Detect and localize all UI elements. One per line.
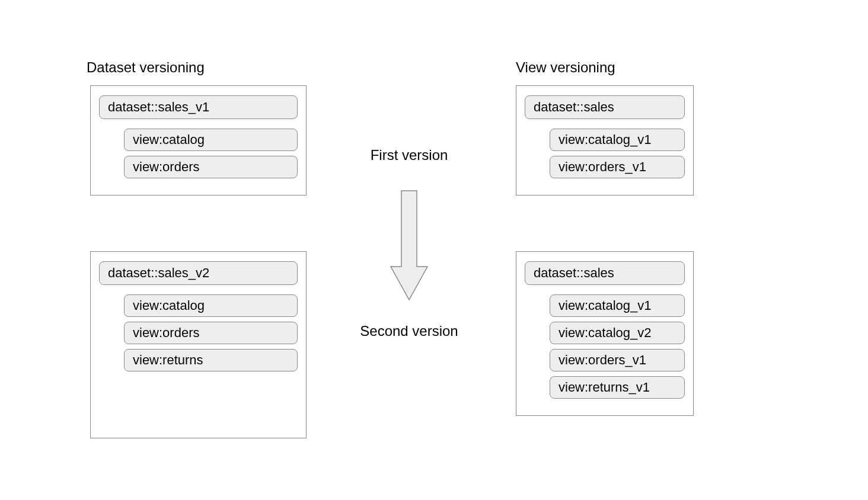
dataset-label: dataset::sales_v2 (99, 261, 298, 285)
view-item: view:catalog_v1 (550, 294, 685, 317)
left-title: Dataset versioning (87, 59, 205, 76)
view-item: view:orders_v1 (550, 156, 685, 178)
dataset-label: dataset::sales (525, 261, 685, 285)
right-title: View versioning (516, 59, 615, 76)
right-box-1: dataset::sales view:catalog_v1 view:orde… (516, 85, 694, 195)
dataset-label: dataset::sales_v1 (99, 95, 298, 119)
view-item: view:returns_v1 (550, 376, 685, 399)
view-item: view:catalog (124, 129, 298, 151)
right-box-2: dataset::sales view:catalog_v1 view:cata… (516, 251, 694, 416)
views-container: view:catalog view:orders view:returns (124, 294, 298, 371)
dataset-label: dataset::sales (525, 95, 685, 119)
view-item: view:orders (124, 156, 298, 178)
left-box-1: dataset::sales_v1 view:catalog view:orde… (90, 85, 307, 195)
first-version-label: First version (350, 147, 468, 164)
view-item: view:returns (124, 349, 298, 371)
views-container: view:catalog view:orders (124, 129, 298, 178)
view-item: view:orders_v1 (550, 349, 685, 371)
view-item: view:catalog (124, 294, 298, 317)
views-container: view:catalog_v1 view:catalog_v2 view:ord… (550, 294, 685, 399)
view-item: view:catalog_v1 (550, 129, 685, 151)
view-item: view:catalog_v2 (550, 322, 685, 344)
second-version-label: Second version (338, 323, 480, 339)
view-item: view:orders (124, 322, 298, 344)
views-container: view:catalog_v1 view:orders_v1 (550, 129, 685, 178)
down-arrow-icon (388, 190, 430, 302)
left-box-2: dataset::sales_v2 view:catalog view:orde… (90, 251, 307, 438)
